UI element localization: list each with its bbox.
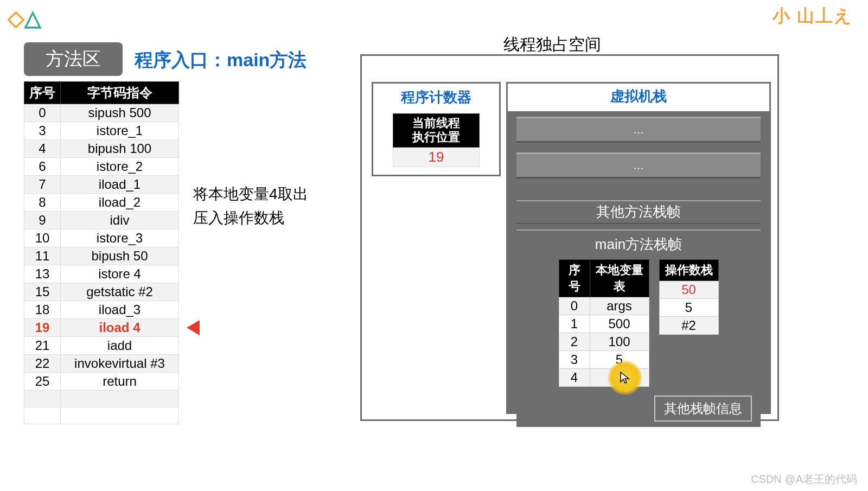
bytecode-idx: 3 — [24, 122, 61, 140]
table-row: 9idiv — [24, 212, 179, 229]
thread-space-box: 程序计数器 当前线程 执行位置 19 虚拟机栈 … … 其他方法栈帧 main方… — [360, 54, 779, 421]
bytecode-instr: sipush 500 — [61, 104, 179, 122]
svg-marker-0 — [621, 372, 629, 383]
table-row: 10istore_3 — [24, 229, 179, 247]
top-right-label: 小 山丄え — [773, 4, 853, 28]
table-row — [24, 391, 179, 407]
bytecode-idx: 9 — [24, 212, 61, 229]
bytecode-instr: bipush 50 — [61, 247, 179, 265]
table-row: 22invokevirtual #3 — [24, 355, 179, 373]
watermark: CSDN @A老王的代码 — [751, 472, 857, 487]
side-note: 将本地变量4取出 压入操作数栈 — [193, 182, 308, 230]
pc-value: 19 — [393, 147, 480, 167]
bytecode-idx: 13 — [24, 265, 61, 283]
operand-stack-table: 操作数栈 505#2 — [659, 259, 719, 335]
table-row: 7iload_1 — [24, 176, 179, 194]
entry-point-label: 程序入口：main方法 — [135, 48, 307, 73]
lv-col-val: 本地变量表 — [590, 260, 649, 297]
lv-idx: 1 — [559, 315, 590, 333]
bytecode-idx: 10 — [24, 229, 61, 247]
table-row: 5 — [659, 299, 718, 317]
table-row: #2 — [659, 317, 718, 335]
app-logo: ◇△ — [8, 5, 41, 30]
table-row: 50 — [659, 281, 718, 299]
bytecode-instr: idiv — [61, 212, 179, 229]
table-row — [24, 407, 179, 424]
main-frame-title: main方法栈帧 — [516, 231, 761, 259]
bytecode-col-idx: 序号 — [24, 82, 61, 104]
op-val: 5 — [659, 299, 718, 317]
bytecode-idx: 19 — [24, 319, 61, 337]
table-row: 25return — [24, 373, 179, 391]
table-row: 21iadd — [24, 337, 179, 355]
bytecode-col-instr: 字节码指令 — [61, 82, 179, 104]
bytecode-idx: 0 — [24, 104, 61, 122]
lv-idx: 2 — [559, 333, 590, 351]
lv-val: args — [590, 297, 649, 315]
vm-stack-title: 虚拟机栈 — [506, 82, 771, 111]
table-row: 3istore_1 — [24, 122, 179, 140]
method-area-title: 方法区 — [24, 42, 123, 76]
bytecode-instr: iload_2 — [61, 194, 179, 212]
pc-header: 当前线程 执行位置 — [393, 114, 480, 148]
bytecode-table: 序号 字节码指令 0sipush 5003istore_14bipush 100… — [24, 81, 179, 424]
side-note-line: 压入操作数栈 — [193, 206, 308, 230]
lv-idx: 4 — [559, 369, 590, 387]
table-row: 6istore_2 — [24, 158, 179, 176]
lv-idx: 0 — [559, 297, 590, 315]
bytecode-instr: istore_3 — [61, 229, 179, 247]
other-frame-label: 其他方法栈帧 — [516, 200, 761, 224]
bytecode-idx: 25 — [24, 373, 61, 391]
bytecode-idx: 4 — [24, 140, 61, 158]
other-frame-info: 其他栈帧信息 — [654, 396, 752, 422]
table-row: 0sipush 500 — [24, 104, 179, 122]
op-col-header: 操作数栈 — [659, 260, 718, 281]
lv-val: 500 — [590, 315, 649, 333]
side-note-line: 将本地变量4取出 — [193, 182, 308, 206]
bytecode-instr: istore 4 — [61, 265, 179, 283]
table-row: 1500 — [559, 315, 649, 333]
lv-val: 100 — [590, 333, 649, 351]
bytecode-idx: 7 — [24, 176, 61, 194]
op-val: #2 — [659, 317, 718, 335]
bytecode-instr: iload 4 — [61, 319, 179, 337]
bytecode-instr: istore_2 — [61, 158, 179, 176]
table-row: 18iload_3 — [24, 301, 179, 319]
table-row: 11bipush 50 — [24, 247, 179, 265]
main-frame: main方法栈帧 序号 本地变量表 0args1500210035450 操作数… — [516, 229, 761, 427]
bytecode-idx: 22 — [24, 355, 61, 373]
thread-space-title: 线程独占空间 — [503, 34, 601, 56]
bytecode-instr: iadd — [61, 337, 179, 355]
bytecode-instr: iload_1 — [61, 176, 179, 194]
program-counter-table: 当前线程 执行位置 19 — [393, 113, 480, 167]
bytecode-instr: invokevirtual #3 — [61, 355, 179, 373]
lv-col-idx: 序号 — [559, 260, 590, 297]
current-instruction-arrow-icon — [187, 320, 200, 335]
lv-idx: 3 — [559, 351, 590, 369]
bytecode-idx: 6 — [24, 158, 61, 176]
bytecode-idx: 15 — [24, 283, 61, 301]
mouse-cursor-icon — [618, 371, 631, 384]
bytecode-idx: 8 — [24, 194, 61, 212]
bytecode-instr: istore_1 — [61, 122, 179, 140]
bytecode-instr: bipush 100 — [61, 140, 179, 158]
bytecode-instr: iload_3 — [61, 301, 179, 319]
bytecode-idx: 21 — [24, 337, 61, 355]
op-val: 50 — [659, 281, 718, 299]
table-row: 4bipush 100 — [24, 140, 179, 158]
table-row: 0args — [559, 297, 649, 315]
table-row: 8iload_2 — [24, 194, 179, 212]
table-row: 15getstatic #2 — [24, 283, 179, 301]
table-row: 13istore 4 — [24, 265, 179, 283]
vm-stack-slot-placeholder: … — [516, 117, 761, 143]
bytecode-idx: 11 — [24, 247, 61, 265]
bytecode-idx: 18 — [24, 301, 61, 319]
table-row: 2100 — [559, 333, 649, 351]
vm-stack-slot-placeholder: … — [516, 152, 761, 178]
program-counter-title: 程序计数器 — [373, 84, 499, 113]
bytecode-instr: return — [61, 373, 179, 391]
vm-stack-box: 虚拟机栈 … … 其他方法栈帧 main方法栈帧 序号 本地变量表 0args1… — [506, 82, 771, 414]
table-row: 19iload 4 — [24, 319, 179, 337]
bytecode-instr: getstatic #2 — [61, 283, 179, 301]
program-counter-box: 程序计数器 当前线程 执行位置 19 — [372, 82, 501, 176]
